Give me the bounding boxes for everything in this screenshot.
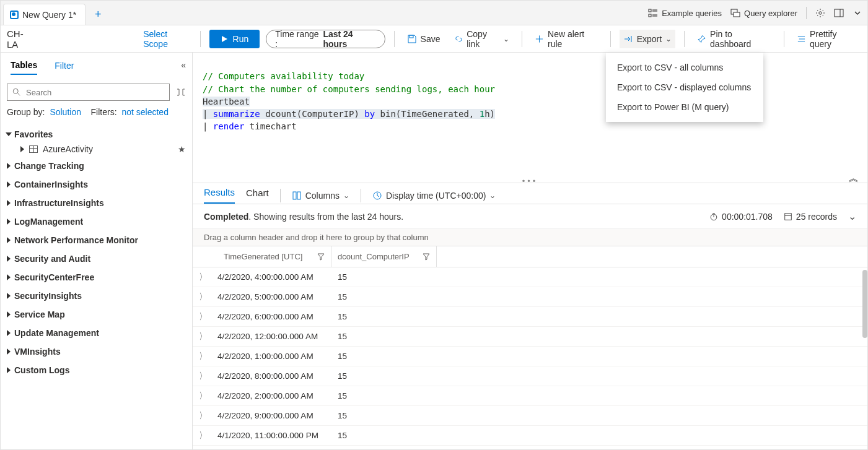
- export-button[interactable]: Export ⌄: [620, 30, 675, 48]
- status-text: . Showing results from the last 24 hours…: [248, 212, 403, 222]
- copy-link-button[interactable]: Copy link ⌄: [450, 30, 514, 48]
- query-tab-title: New Query 1*: [22, 10, 76, 20]
- expand-row-icon[interactable]: 〉: [193, 331, 214, 342]
- collapse-all-icon[interactable]: [176, 87, 186, 97]
- panel-icon[interactable]: [834, 8, 844, 18]
- collapse-pane-icon[interactable]: «: [181, 60, 186, 74]
- collapse-editor-icon[interactable]: ︽: [849, 171, 859, 185]
- table-row[interactable]: 〉4/2/2020, 4:00:00.000 AM15: [193, 267, 867, 287]
- query-duration: 00:00:01.708: [709, 212, 773, 222]
- logs-icon: [10, 11, 19, 19]
- chevron-down-icon: ⌄: [489, 191, 496, 200]
- category-label: LogManagement: [14, 217, 83, 227]
- gear-icon[interactable]: [815, 8, 825, 18]
- cell-count: 15: [331, 312, 437, 321]
- new-tab-button[interactable]: +: [89, 6, 107, 23]
- save-button[interactable]: Save: [403, 30, 444, 48]
- expand-row-icon[interactable]: 〉: [193, 311, 214, 322]
- search-input[interactable]: [25, 87, 164, 98]
- category-node[interactable]: Security and Audit: [7, 249, 186, 268]
- category-node[interactable]: ContainerInsights: [7, 175, 186, 194]
- expand-row-icon[interactable]: 〉: [193, 292, 214, 303]
- export-menu-item[interactable]: Export to CSV - all columns: [606, 58, 763, 77]
- category-node[interactable]: SecurityCenterFree: [7, 268, 186, 287]
- filter-icon[interactable]: [423, 253, 430, 261]
- table-row[interactable]: 〉4/2/2020, 5:00:00.000 AM15: [193, 287, 867, 307]
- prettify-icon: [797, 34, 806, 44]
- query-editor[interactable]: // Computers availability today // Chart…: [193, 53, 867, 176]
- category-node[interactable]: Change Tracking: [7, 157, 186, 175]
- category-node[interactable]: SecurityInsights: [7, 287, 186, 305]
- prettify-button[interactable]: Prettify query: [793, 30, 861, 48]
- cell-count: 15: [331, 411, 437, 420]
- expand-row-icon[interactable]: 〉: [193, 272, 214, 283]
- caret-icon: [6, 132, 12, 136]
- pin-button[interactable]: Pin to dashboard: [693, 30, 775, 48]
- export-menu-item[interactable]: Export to CSV - displayed columns: [606, 77, 763, 97]
- category-node[interactable]: Custom Logs: [7, 361, 186, 379]
- vertical-scrollbar[interactable]: [862, 267, 867, 449]
- category-label: InfrastructureInsights: [14, 198, 104, 208]
- expand-row-icon[interactable]: 〉: [193, 410, 214, 422]
- example-queries-link[interactable]: Example queries: [648, 8, 722, 18]
- category-node[interactable]: InfrastructureInsights: [7, 194, 186, 212]
- query-tab[interactable]: New Query 1*: [3, 4, 85, 25]
- tab-results[interactable]: Results: [204, 187, 235, 204]
- category-node[interactable]: Update Management: [7, 324, 186, 342]
- tab-filter[interactable]: Filter: [55, 61, 74, 74]
- caret-icon: [7, 181, 11, 188]
- table-row[interactable]: 〉4/2/2020, 1:00:00.000 AM15: [193, 347, 867, 366]
- category-node[interactable]: LogManagement: [7, 212, 186, 231]
- export-menu-item[interactable]: Export to Power BI (M query): [606, 97, 763, 117]
- category-node[interactable]: Network Performance Monitor: [7, 231, 186, 249]
- star-icon[interactable]: ★: [178, 144, 186, 154]
- expand-row-icon[interactable]: 〉: [193, 371, 214, 382]
- group-drop-area[interactable]: Drag a column header and drop it here to…: [193, 229, 867, 246]
- filters-value[interactable]: not selected: [121, 107, 169, 117]
- cell-time: 4/2/2020, 12:00:00.000 AM: [214, 332, 331, 341]
- tab-tables[interactable]: Tables: [11, 60, 37, 75]
- filter-icon[interactable]: [317, 253, 325, 261]
- favorite-item-label: AzureActivity: [43, 144, 93, 154]
- run-button[interactable]: Run: [209, 30, 260, 48]
- scrollbar-thumb[interactable]: [862, 270, 867, 338]
- table-row[interactable]: 〉4/2/2020, 2:00:00.000 AM15: [193, 386, 867, 406]
- category-label: VMInsights: [14, 347, 61, 357]
- table-icon: [29, 145, 38, 153]
- favorite-item[interactable]: AzureActivity ★: [7, 142, 186, 157]
- tab-chart[interactable]: Chart: [246, 188, 269, 203]
- category-node[interactable]: Service Map: [7, 305, 186, 324]
- groupby-value[interactable]: Solution: [50, 107, 81, 117]
- tab-strip: New Query 1* + Example queries Query exp…: [1, 1, 867, 25]
- results-grid[interactable]: 〉4/2/2020, 4:00:00.000 AM15〉4/2/2020, 5:…: [193, 267, 867, 449]
- schema-pane: Tables Filter « Group by: Solution Filte…: [1, 53, 193, 449]
- caret-icon: [20, 146, 24, 152]
- chevron-down-icon[interactable]: [853, 8, 862, 18]
- expand-row-icon[interactable]: 〉: [193, 430, 214, 441]
- table-row[interactable]: 〉4/2/2020, 8:00:00.000 AM15: [193, 366, 867, 386]
- expand-details-icon[interactable]: ⌄: [848, 210, 856, 222]
- select-scope-link[interactable]: Select Scope: [143, 29, 191, 49]
- caret-icon: [7, 293, 11, 299]
- expand-row-icon[interactable]: 〉: [193, 351, 214, 362]
- favorites-header[interactable]: Favorites: [7, 127, 186, 142]
- cell-count: 15: [331, 332, 437, 341]
- table-row[interactable]: 〉4/2/2020, 12:00:00.000 AM15: [193, 327, 867, 347]
- table-row[interactable]: 〉4/2/2020, 6:00:00.000 AM15: [193, 307, 867, 327]
- query-explorer-link[interactable]: Query explorer: [730, 8, 797, 18]
- category-node[interactable]: VMInsights: [7, 342, 186, 361]
- editor-line: // Chart the number of computers sending…: [203, 84, 495, 94]
- new-alert-button[interactable]: New alert rule: [531, 30, 602, 48]
- table-row[interactable]: 〉4/2/2020, 9:00:00.000 AM15: [193, 406, 867, 426]
- time-range-picker[interactable]: Time range : Last 24 hours: [266, 30, 385, 48]
- table-row[interactable]: 〉4/1/2020, 11:00:00.000 PM15: [193, 426, 867, 446]
- editor-token: summarize: [213, 109, 260, 119]
- resize-handle[interactable]: •••: [193, 176, 867, 183]
- display-time-picker[interactable]: Display time (UTC+00:00) ⌄: [372, 191, 496, 201]
- columns-picker[interactable]: Columns ⌄: [292, 191, 349, 201]
- expand-column: [193, 246, 214, 267]
- expand-row-icon[interactable]: 〉: [193, 391, 214, 402]
- search-box[interactable]: [7, 84, 170, 101]
- column-header[interactable]: dcount_ComputerIP: [331, 246, 437, 267]
- column-header[interactable]: TimeGenerated [UTC]: [214, 246, 331, 267]
